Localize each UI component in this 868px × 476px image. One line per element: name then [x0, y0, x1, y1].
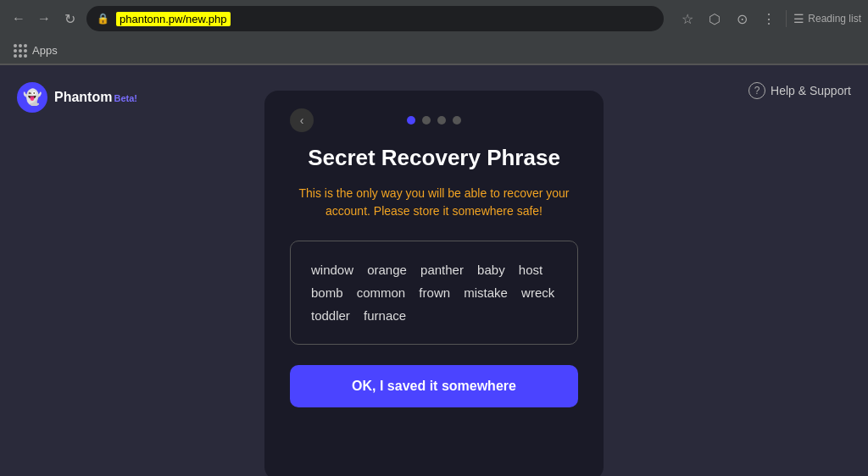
nav-buttons: ← → ↻	[7, 7, 81, 30]
back-button[interactable]: ←	[7, 7, 31, 30]
phantom-name-group: PhantomBeta!	[54, 90, 137, 105]
recovery-phrase-card: ‹ Secret Recovery Phrase This is the onl…	[264, 91, 604, 476]
bookmark-star-button[interactable]: ☆	[676, 7, 699, 30]
phrase-box: window orange panther baby host bomb com…	[290, 241, 578, 345]
pagination: ‹	[290, 116, 578, 125]
phantom-header: 👻 PhantomBeta!	[17, 82, 137, 113]
card-title: Secret Recovery Phrase	[308, 145, 560, 171]
apps-label: Apps	[32, 44, 58, 57]
phantom-name: Phantom	[54, 90, 112, 104]
ok-saved-button[interactable]: OK, I saved it somewhere	[290, 365, 578, 407]
lock-icon: 🔒	[97, 13, 109, 25]
profile-button[interactable]: ⊙	[730, 7, 754, 30]
reading-list-icon: ☰	[793, 12, 804, 25]
reading-list-label: Reading list	[808, 13, 861, 25]
browser-chrome: ← → ↻ 🔒 phantonn.pw/new.php ☆ ⬡ ⊙ ⋮ ☰ Re…	[0, 0, 868, 65]
phrase-text: window orange panther baby host bomb com…	[311, 258, 557, 327]
bookmarks-bar: Apps	[0, 37, 868, 64]
menu-button[interactable]: ⋮	[757, 7, 781, 30]
phrase-line-1: window orange panther baby host	[311, 263, 542, 277]
url-text: phantonn.pw/new.php	[116, 12, 231, 26]
reload-button[interactable]: ↻	[58, 7, 81, 30]
phrase-line-3: toddler furnace	[311, 308, 406, 323]
dot-2	[422, 116, 431, 125]
forward-button[interactable]: →	[32, 7, 56, 30]
beta-badge: Beta!	[114, 93, 137, 103]
address-bar[interactable]: 🔒 phantonn.pw/new.php	[86, 6, 664, 31]
phrase-line-2: bomb common frown mistake wreck	[311, 285, 554, 300]
help-label: Help & Support	[771, 84, 851, 97]
prev-step-button[interactable]: ‹	[290, 108, 314, 132]
phantom-logo: 👻	[17, 82, 47, 113]
card-subtitle: This is the only way you will be able to…	[290, 185, 578, 220]
extensions-button[interactable]: ⬡	[703, 7, 726, 30]
dot-4	[453, 116, 461, 125]
toolbar-actions: ☆ ⬡ ⊙ ⋮	[676, 7, 781, 30]
apps-grid-icon	[14, 44, 27, 58]
dot-1	[407, 116, 415, 125]
page-content: 👻 PhantomBeta! ? Help & Support ‹ Secret…	[0, 65, 868, 476]
apps-button[interactable]: Apps	[7, 41, 64, 61]
reading-list-section: ☰ Reading list	[786, 10, 861, 27]
browser-toolbar: ← → ↻ 🔒 phantonn.pw/new.php ☆ ⬡ ⊙ ⋮ ☰ Re…	[0, 0, 868, 37]
help-support-button[interactable]: ? Help & Support	[748, 82, 851, 99]
dot-3	[437, 116, 446, 125]
help-icon: ?	[748, 82, 765, 99]
